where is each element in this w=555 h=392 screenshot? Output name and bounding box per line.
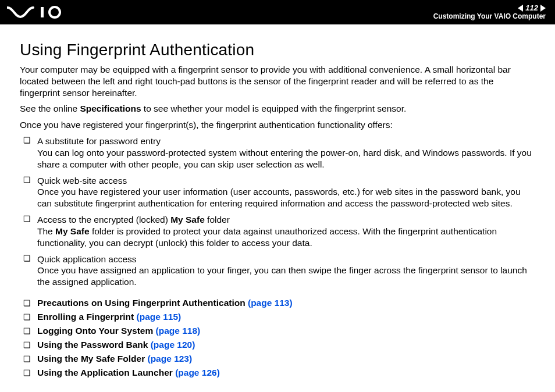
link-item: Using the Password Bank (page 120) <box>20 338 535 352</box>
page-number: 112 <box>525 4 538 12</box>
link-label: Using the Password Bank <box>37 340 148 350</box>
item-body: The My Safe folder is provided to protec… <box>37 226 497 248</box>
link-item: Enrolling a Fingerprint (page 115) <box>20 310 535 324</box>
text: See the online <box>20 104 80 113</box>
specifications-bold: Specifications <box>80 104 141 113</box>
topic-links: Precautions on Using Fingerprint Authent… <box>20 296 535 380</box>
text: folder <box>205 215 230 224</box>
vaio-logo <box>7 6 71 19</box>
page-link[interactable]: (page 113) <box>248 298 293 308</box>
list-item: A substitute for password entry You can … <box>20 136 535 170</box>
text: The <box>37 226 55 236</box>
svg-point-1 <box>49 7 60 17</box>
feature-list: A substitute for password entry You can … <box>20 136 535 288</box>
item-lead: Quick application access <box>37 254 137 264</box>
link-label: Enrolling a Fingerprint <box>37 312 134 322</box>
link-item: Precautions on Using Fingerprint Authent… <box>20 296 535 310</box>
link-label: Using the Application Launcher <box>37 368 173 377</box>
list-item: Access to the encrypted (locked) My Safe… <box>20 214 535 248</box>
page-link[interactable]: (page 126) <box>175 368 220 377</box>
link-item: Using the My Safe Folder (page 123) <box>20 352 535 366</box>
text: to see whether your model is equipped wi… <box>141 104 407 113</box>
item-lead: Quick web-site access <box>37 176 127 186</box>
intro-p2: See the online Specifications to see whe… <box>20 103 535 115</box>
item-body: You can log onto your password-protected… <box>37 148 532 169</box>
header-bar: 112 Customizing Your VAIO Computer <box>0 0 555 24</box>
page-title: Using Fingerprint Authentication <box>20 41 535 59</box>
prev-page-icon[interactable] <box>518 5 523 12</box>
link-label: Precautions on Using Fingerprint Authent… <box>37 298 246 308</box>
item-body: Once you have registered your user infor… <box>37 187 521 208</box>
page-link[interactable]: (page 120) <box>151 340 195 350</box>
next-page-icon[interactable] <box>540 5 546 12</box>
link-item: Logging Onto Your System (page 118) <box>20 324 535 338</box>
mysafe-bold: My Safe <box>170 215 205 224</box>
link-label: Logging Onto Your System <box>37 326 153 336</box>
content: Using Fingerprint Authentication Your co… <box>0 24 555 380</box>
item-body: Once you have assigned an application to… <box>37 265 527 287</box>
link-item: Using the Application Launcher (page 126… <box>20 366 535 380</box>
page-link[interactable]: (page 118) <box>156 326 201 336</box>
intro-p3: Once you have registered your fingerprin… <box>20 119 535 131</box>
item-lead: Access to the encrypted (locked) My Safe… <box>37 215 230 224</box>
intro-p1: Your computer may be equipped with a fin… <box>20 64 535 98</box>
list-item: Quick application access Once you have a… <box>20 254 535 288</box>
list-item: Quick web-site access Once you have regi… <box>20 175 535 209</box>
page-link[interactable]: (page 115) <box>137 312 182 322</box>
text: folder is provided to protect your data … <box>37 226 497 248</box>
header-right: 112 Customizing Your VAIO Computer <box>433 4 546 20</box>
section-title: Customizing Your VAIO Computer <box>433 13 546 20</box>
link-label: Using the My Safe Folder <box>37 354 145 364</box>
mysafe-bold: My Safe <box>55 226 90 236</box>
page-link[interactable]: (page 123) <box>147 354 192 364</box>
item-lead: A substitute for password entry <box>37 136 161 146</box>
text: Access to the encrypted (locked) <box>37 215 170 224</box>
svg-rect-0 <box>41 7 44 17</box>
